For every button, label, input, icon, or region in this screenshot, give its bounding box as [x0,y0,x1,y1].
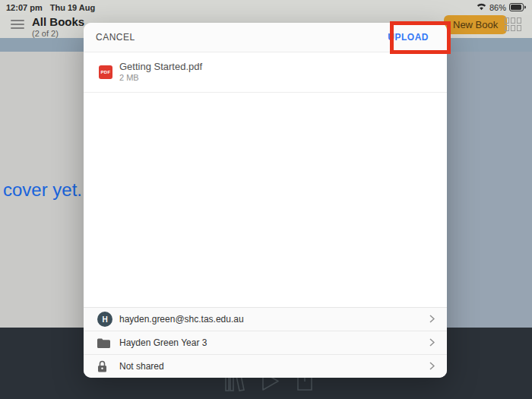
sharing-row[interactable]: Not shared [84,355,447,378]
dialog-body [84,93,447,307]
clock: 12:07 pm [6,3,43,12]
chevron-right-icon [429,359,435,373]
page-title: All Books (2 of 2) [32,16,84,38]
battery-percent: 86% [489,3,506,12]
upload-button[interactable]: UPLOAD [388,32,429,43]
wifi-icon [477,3,486,12]
dialog-header: CANCEL UPLOAD [84,23,447,52]
file-row[interactable]: PDF Getting Started.pdf 2 MB [84,52,447,93]
sharing-label: Not shared [119,361,429,372]
upload-dialog: CANCEL UPLOAD PDF Getting Started.pdf 2 … [84,23,447,378]
library-count: (2 of 2) [32,29,84,38]
new-book-button[interactable]: New Book [444,15,507,34]
chevron-right-icon [429,312,435,326]
chevron-right-icon [429,336,435,350]
destination-row[interactable]: Hayden Green Year 3 [84,331,447,355]
destination-label: Hayden Green Year 3 [119,337,429,348]
avatar: H [97,312,112,327]
cancel-button[interactable]: CANCEL [96,32,135,43]
menu-icon[interactable] [11,20,24,29]
folder-icon [97,338,114,348]
dialog-footer: H hayden.green@shc.tas.edu.au Hayden Gre… [84,307,447,378]
grid-view-icon[interactable] [505,17,521,31]
account-email: hayden.green@shc.tas.edu.au [119,314,429,325]
date: Thu 19 Aug [50,3,95,12]
file-name: Getting Started.pdf [119,61,202,73]
lock-icon [97,360,114,372]
pdf-icon: PDF [99,65,112,79]
cover-placeholder-text: cover yet... [3,179,92,201]
account-row[interactable]: H hayden.green@shc.tas.edu.au [84,308,447,331]
status-bar: 12:07 pm Thu 19 Aug 86% [0,0,532,15]
battery-icon [509,3,526,13]
library-title: All Books [32,16,84,29]
file-size: 2 MB [119,73,202,84]
screen: 12:07 pm Thu 19 Aug 86% All Books (2 of … [0,0,532,399]
